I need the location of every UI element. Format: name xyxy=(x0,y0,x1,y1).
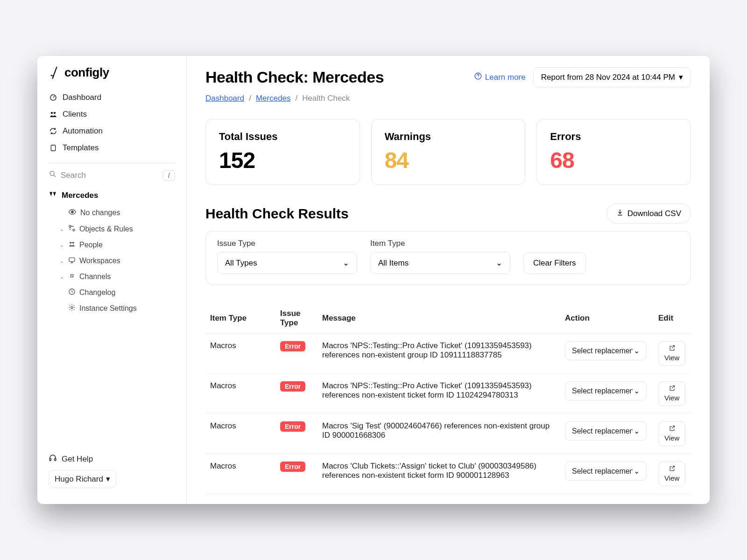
nav-clients[interactable]: Clients xyxy=(49,106,175,123)
svg-point-12 xyxy=(71,307,73,308)
caret-down-icon: ▾ xyxy=(679,72,683,82)
external-link-icon xyxy=(669,385,676,393)
brand-name: configly xyxy=(64,65,109,80)
search-kbd: / xyxy=(163,170,175,181)
view-button[interactable]: View xyxy=(658,421,685,446)
cell-item-type: Macros xyxy=(205,454,275,494)
col-item-type: Item Type xyxy=(205,303,275,334)
cell-message: Macros 'Club Tickets::'Assign' ticket to… xyxy=(317,454,560,494)
svg-point-8 xyxy=(70,242,71,244)
download-icon xyxy=(616,209,624,218)
people-icon xyxy=(68,240,76,250)
headset-icon xyxy=(49,454,57,464)
svg-point-7 xyxy=(73,229,75,231)
breadcrumb: Dashboard / Mercedes / Health Check xyxy=(205,94,691,103)
chevron-down-icon: ⌄ xyxy=(634,427,640,435)
tree-changelog[interactable]: Changelog xyxy=(37,285,186,301)
view-button[interactable]: View xyxy=(658,381,685,406)
table-row: MacrosErrorMacros 'Sig Test' (9000246047… xyxy=(205,414,691,454)
error-badge: Error xyxy=(280,381,305,392)
action-select[interactable]: Select replacement⌄ xyxy=(565,381,647,400)
report-selector[interactable]: Report from 28 Nov 2024 at 10:44 PM ▾ xyxy=(533,67,691,87)
cell-item-type: Macros xyxy=(205,374,275,414)
svg-point-9 xyxy=(72,242,74,244)
eye-icon xyxy=(68,208,77,218)
error-badge: Error xyxy=(280,341,305,351)
view-button[interactable]: View xyxy=(658,462,685,486)
clock-icon xyxy=(68,288,76,297)
action-select[interactable]: Select replacement⌄ xyxy=(565,421,647,441)
results-table: Item Type Issue Type Message Action Edit… xyxy=(205,303,691,494)
tree-workspaces[interactable]: ⌄ Workspaces xyxy=(37,253,186,269)
chevron-down-icon: ⌄ xyxy=(59,226,64,232)
clear-filters-button[interactable]: Clear Filters xyxy=(523,252,586,274)
breadcrumb-mercedes[interactable]: Mercedes xyxy=(256,94,291,103)
chevron-down-icon: ⌄ xyxy=(343,258,349,268)
main-content: Health Check: Mercedes Learn more Report… xyxy=(187,56,710,504)
search-icon xyxy=(49,170,57,181)
page-title: Health Check: Mercedes xyxy=(205,68,384,86)
col-issue-type: Issue Type xyxy=(275,303,317,334)
filter-item-type-label: Item Type xyxy=(370,239,510,248)
error-badge: Error xyxy=(280,462,305,472)
tree-objects-rules[interactable]: ⌄ Objects & Rules xyxy=(37,221,186,237)
table-row: MacrosErrorMacros 'NPS::Testing::Pro Act… xyxy=(205,334,691,374)
cell-message: Macros 'Sig Test' (900024604766) referen… xyxy=(317,414,560,454)
chevron-down-icon: ⌄ xyxy=(634,346,640,355)
external-link-icon xyxy=(669,344,676,353)
nav-automation[interactable]: Automation xyxy=(49,123,175,140)
search-input[interactable]: Search xyxy=(49,170,158,181)
workspace-icon xyxy=(68,256,76,266)
svg-point-2 xyxy=(54,112,56,114)
col-action: Action xyxy=(560,303,654,334)
chevron-down-icon: ⌄ xyxy=(59,258,64,264)
external-link-icon xyxy=(669,465,676,473)
chevron-down-icon: ⌄ xyxy=(59,242,64,248)
filter-item-type-select[interactable]: All Items ⌄ xyxy=(370,252,510,274)
chevron-down-icon: ⌄ xyxy=(634,467,640,476)
col-edit: Edit xyxy=(654,303,691,334)
view-button[interactable]: View xyxy=(658,341,685,366)
automation-icon xyxy=(49,127,58,135)
svg-point-1 xyxy=(51,112,53,114)
objects-icon xyxy=(68,224,76,234)
help-link[interactable]: Get Help xyxy=(49,454,175,464)
cell-message: Macros 'NPS::Testing::Pro Active Ticket'… xyxy=(317,334,560,374)
action-select[interactable]: Select replacement⌄ xyxy=(565,462,647,481)
results-title: Health Check Results xyxy=(205,206,349,222)
nav-dashboard[interactable]: Dashboard xyxy=(49,89,175,106)
cell-message: Macros 'NPS::Testing::Pro Active Ticket'… xyxy=(317,374,560,414)
svg-rect-13 xyxy=(49,459,51,461)
chevron-down-icon: ⌄ xyxy=(496,258,502,268)
svg-point-4 xyxy=(50,171,54,175)
brand[interactable]: configly xyxy=(37,65,186,87)
stat-warnings: Warnings 84 xyxy=(371,119,526,185)
tree-no-changes[interactable]: No changes xyxy=(37,204,186,221)
svg-point-6 xyxy=(69,225,71,227)
nav-templates[interactable]: Templates xyxy=(49,140,175,156)
clients-icon xyxy=(49,110,58,119)
action-select[interactable]: Select replacement⌄ xyxy=(565,341,647,360)
help-circle-icon xyxy=(474,72,482,83)
tree-channels[interactable]: ⌄ Channels xyxy=(37,269,186,285)
user-menu[interactable]: Hugo Richard ▾ xyxy=(49,470,116,488)
svg-rect-14 xyxy=(55,459,56,461)
caret-down-icon: ▾ xyxy=(106,474,110,484)
cell-item-type: Macros xyxy=(205,414,275,454)
svg-rect-10 xyxy=(69,258,75,261)
svg-point-5 xyxy=(71,211,74,213)
filter-issue-type-select[interactable]: All Types ⌄ xyxy=(217,252,357,274)
client-header[interactable]: Mercedes xyxy=(37,186,186,204)
tree-people[interactable]: ⌄ People xyxy=(37,237,186,253)
table-row: MacrosErrorMacros 'Club Tickets::'Assign… xyxy=(205,454,691,494)
col-message: Message xyxy=(317,303,560,334)
chevron-down-icon: ⌄ xyxy=(634,386,640,395)
download-csv-button[interactable]: Download CSV xyxy=(606,203,691,224)
svg-rect-3 xyxy=(51,145,55,151)
tree-instance-settings[interactable]: Instance Settings xyxy=(37,301,186,316)
chevron-down-icon: ⌄ xyxy=(59,274,64,280)
error-badge: Error xyxy=(280,421,305,432)
sidebar: configly Dashboard Clients Automation xyxy=(37,56,187,504)
learn-more-link[interactable]: Learn more xyxy=(474,72,526,83)
breadcrumb-dashboard[interactable]: Dashboard xyxy=(205,94,244,103)
